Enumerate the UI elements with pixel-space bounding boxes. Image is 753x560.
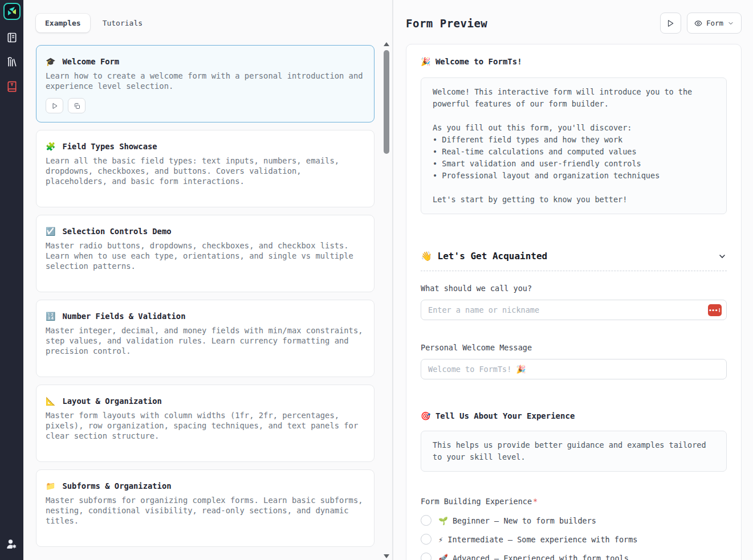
radio-group-label-text: Form Building Experience [421,497,532,506]
tab-examples[interactable]: Examples [36,14,90,32]
card-title-text: Layout & Organization [62,397,161,406]
radio-button[interactable] [421,553,432,560]
scrollbar-thumb[interactable] [384,50,389,154]
card-title: 📐 Layout & Organization [46,397,365,406]
preview-actions: Form [660,13,742,34]
card-title-text: Welcome Form [62,57,119,66]
copy-example-button[interactable] [68,98,86,113]
app-root: Examples Tutorials 🎓 Welcome Form Learn … [0,0,753,560]
radio-button[interactable] [421,534,432,545]
example-card-welcome-form[interactable]: 🎓 Welcome Form Learn how to create a wel… [36,45,375,122]
section-header-acquainted[interactable]: 👋 Let's Get Acquainted [421,251,727,271]
play-icon [51,103,58,109]
password-manager-icon[interactable] [708,304,722,316]
card-title: 📁 Subforms & Organization [46,481,365,490]
folder-icon: 📁 [46,481,55,490]
run-form-button[interactable] [660,13,681,34]
examples-panel: Examples Tutorials 🎓 Welcome Form Learn … [23,0,393,560]
checkbox-icon: ☑️ [46,227,55,236]
card-title-text: Number Fields & Validation [62,312,185,321]
required-asterisk: * [533,497,538,506]
radio-button[interactable] [421,515,432,526]
card-title: 🧩 Field Types Showcase [46,142,365,151]
run-example-button[interactable] [46,98,63,113]
name-field-wrap [421,300,727,320]
graduation-cap-icon: 🎓 [46,57,55,66]
form-heading: 🎉 Welcome to FormTs! [421,57,727,66]
card-title: 🎓 Welcome Form [46,57,365,66]
card-description: Master integer, decimal, and money field… [46,325,365,356]
play-icon [666,19,674,27]
form-preview-card: 🎉 Welcome to FormTs! Welcome! This inter… [406,44,742,560]
radio-group-label: Form Building Experience* [421,497,727,506]
intro-text-panel: Welcome! This interactive form will intr… [421,77,727,214]
library-icon[interactable] [5,55,19,69]
card-actions [46,98,365,113]
ruler-icon: 📐 [46,397,55,406]
eye-icon [694,19,702,27]
page-title: Form Preview [406,17,487,30]
nav-rail [0,0,23,560]
puzzle-icon: 🧩 [46,142,55,151]
app-logo[interactable] [3,3,21,20]
preview-panel: Form Preview Form 🎉 Welcome to FormTs! W… [393,0,753,560]
name-input[interactable] [421,300,727,320]
radio-option-advanced[interactable]: 🚀 Advanced – Experienced with form tools [421,553,727,560]
card-title: 🔢 Number Fields & Validation [46,312,365,321]
tab-bar: Examples Tutorials [36,14,392,32]
welcome-message-label: Personal Welcome Message [421,343,727,352]
radio-option-intermediate[interactable]: ⚡ Intermediate – Some experience with fo… [421,534,727,545]
card-title-text: Selection Controls Demo [62,227,171,236]
preview-header: Form Preview Form [406,13,742,34]
scroll-down-arrow[interactable] [384,554,389,558]
examples-panel-icon[interactable] [5,31,19,44]
name-field-label: What should we call you? [421,284,727,293]
card-description: Master subforms for organizing complex f… [46,495,365,526]
example-card-subforms[interactable]: 📁 Subforms & Organization Master subform… [36,469,375,547]
view-mode-label: Form [706,19,723,27]
chevron-down-icon [727,20,734,27]
example-card-selection-controls[interactable]: ☑️ Selection Controls Demo Master radio … [36,215,375,292]
card-description: Learn how to create a welcome form with … [46,71,365,91]
welcome-message-input[interactable] [421,359,727,379]
example-card-number-fields[interactable]: 🔢 Number Fields & Validation Master inte… [36,300,375,377]
card-title-text: Field Types Showcase [62,142,157,151]
radio-label: 🚀 Advanced – Experienced with form tools [438,554,629,560]
tab-tutorials[interactable]: Tutorials [93,14,152,32]
experience-note-panel: This helps us provide better guidance an… [421,431,727,472]
left-scrollbar[interactable] [383,42,390,560]
example-card-layout[interactable]: 📐 Layout & Organization Master form layo… [36,385,375,462]
radio-option-beginner[interactable]: 🌱 Beginner – New to form builders [421,515,727,526]
card-title: ☑️ Selection Controls Demo [46,227,365,236]
card-title-text: Subforms & Organization [62,481,171,490]
section-title: 👋 Let's Get Acquainted [421,251,547,261]
docs-book-icon[interactable] [5,80,19,93]
subsection-title-experience: 🎯 Tell Us About Your Experience [421,411,727,420]
card-description: Learn all the basic field types: text in… [46,156,365,186]
example-card-field-types[interactable]: 🧩 Field Types Showcase Learn all the bas… [36,130,375,207]
radio-label: 🌱 Beginner – New to form builders [438,516,596,525]
card-description: Master form layouts with column widths (… [46,410,365,441]
card-description: Master radio buttons, dropdowns, checkbo… [46,240,365,271]
example-card-list: 🎓 Welcome Form Learn how to create a wel… [36,45,375,547]
chevron-down-icon[interactable] [718,252,727,261]
radio-label: ⚡ Intermediate – Some experience with fo… [438,535,638,544]
account-settings-icon[interactable] [5,537,19,551]
numbers-icon: 🔢 [46,312,55,321]
scroll-up-arrow[interactable] [384,42,389,46]
logo-icon [7,6,17,17]
view-mode-dropdown[interactable]: Form [687,13,742,34]
copy-icon [74,103,80,109]
